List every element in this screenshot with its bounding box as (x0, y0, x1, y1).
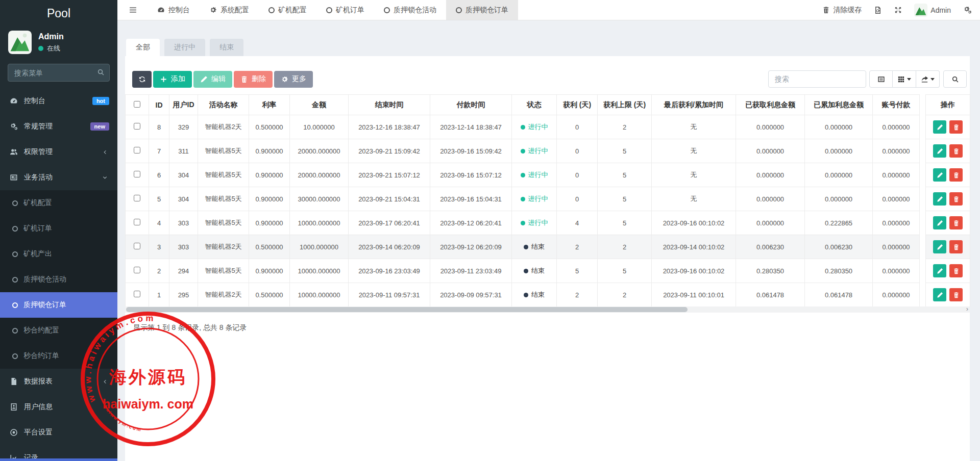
sidebar-item-矿机配置[interactable]: 矿机配置 (0, 190, 117, 216)
delete-button[interactable]: 删除 (234, 71, 273, 88)
hamburger-menu-icon[interactable] (117, 0, 148, 20)
row-delete-button[interactable] (949, 288, 963, 301)
nav-tab-系统配置[interactable]: 系统配置 (200, 0, 259, 20)
row-edit-button[interactable] (933, 240, 946, 253)
sidebar-item-矿机产出[interactable]: 矿机产出 (0, 241, 117, 267)
sidebar-item-控制台[interactable]: 控制台hot (0, 88, 117, 114)
table-search-input[interactable] (768, 70, 866, 88)
sidebar-item-用户信息[interactable]: 用户信息 (0, 394, 117, 420)
row-delete-button[interactable] (949, 144, 963, 158)
cell-interest_acc: 0.061478 (805, 283, 873, 307)
sidebar-item-业务活动[interactable]: 业务活动 (0, 165, 117, 190)
user-menu[interactable]: Admin (914, 4, 951, 17)
row-edit-button[interactable] (933, 144, 946, 158)
filter-tab-进行中[interactable]: 进行中 (164, 39, 205, 56)
export-button[interactable] (916, 70, 940, 88)
cell-account_pay: 0.000000 (873, 115, 920, 139)
detail-view-button[interactable] (869, 70, 893, 88)
nav-tab-质押锁仓订单[interactable]: 质押锁仓订单 (446, 0, 518, 20)
sidebar-item-秒合约配置[interactable]: 秒合约配置 (0, 318, 117, 343)
refresh-button[interactable] (132, 71, 152, 88)
cell-actions (926, 139, 970, 163)
row-delete-button[interactable] (949, 264, 963, 277)
select-all-checkbox[interactable] (134, 101, 140, 108)
column-header-获利上限 (天)[interactable]: 获利上限 (天) (598, 95, 652, 115)
sidebar-item-常规管理[interactable]: 常规管理new (0, 114, 117, 139)
sidebar-item-权限管理[interactable]: 权限管理 (0, 139, 117, 165)
column-header-付款时间[interactable]: 付款时间 (430, 95, 512, 115)
sidebar-item-矿机订单[interactable]: 矿机订单 (0, 216, 117, 241)
sidebar-search-input[interactable] (8, 64, 110, 82)
column-header-已累加利息金额[interactable]: 已累加利息金额 (805, 95, 873, 115)
row-edit-button[interactable] (933, 288, 946, 301)
nav-tab-控制台[interactable]: 控制台 (148, 0, 200, 20)
column-header-金额[interactable]: 金额 (290, 95, 349, 115)
row-edit-button[interactable] (933, 216, 946, 229)
row-checkbox[interactable] (134, 171, 140, 177)
column-header-操作[interactable]: 操作 (926, 95, 970, 115)
row-delete-button[interactable] (949, 192, 963, 206)
column-header-最后获利/累加时间[interactable]: 最后获利/累加时间 (652, 95, 736, 115)
sidebar-item-质押锁仓活动[interactable]: 质押锁仓活动 (0, 267, 117, 292)
edit-button[interactable]: 编辑 (193, 71, 232, 88)
row-edit-button[interactable] (933, 120, 946, 134)
column-header-活动名称[interactable]: 活动名称 (198, 95, 249, 115)
horizontal-scrollbar[interactable]: › (125, 306, 970, 313)
cell-account_pay: 0.000000 (873, 139, 920, 163)
clear-cache-button[interactable]: 清除缓存 (822, 6, 862, 15)
row-checkbox[interactable] (134, 243, 140, 249)
add-button[interactable]: 添加 (153, 71, 192, 88)
cell-actions (926, 211, 970, 235)
row-edit-button[interactable] (933, 192, 946, 206)
scroll-right-arrow-icon[interactable]: › (966, 305, 968, 313)
column-header-获利 (天)[interactable]: 获利 (天) (557, 95, 598, 115)
trash-icon (240, 75, 248, 83)
column-header-结束时间[interactable]: 结束时间 (349, 95, 430, 115)
column-header-利率[interactable]: 利率 (249, 95, 290, 115)
settings-cogs-icon[interactable] (963, 6, 972, 14)
row-checkbox[interactable] (134, 219, 140, 225)
row-edit-button[interactable] (933, 264, 946, 277)
row-checkbox[interactable] (134, 195, 140, 201)
fixed-column-gap (920, 259, 926, 283)
row-delete-button[interactable] (949, 120, 963, 134)
sidebar: Pool Admin 在线 控制台hot常规管理new权限管理业务活动矿机配置矿… (0, 0, 117, 461)
row-delete-button[interactable] (949, 168, 963, 182)
cell-id: 2 (149, 259, 169, 283)
sidebar-item-数据报表[interactable]: 数据报表 (0, 369, 117, 394)
refresh-page-icon[interactable] (874, 6, 882, 14)
column-header-已获取利息金额[interactable]: 已获取利息金额 (736, 95, 805, 115)
nav-tab-矿机配置[interactable]: 矿机配置 (259, 0, 316, 20)
nav-tab-矿机订单[interactable]: 矿机订单 (316, 0, 374, 20)
status-badge: 结束 (524, 266, 545, 275)
row-delete-button[interactable] (949, 240, 963, 253)
view-button-group (869, 70, 940, 88)
filter-tab-全部[interactable]: 全部 (126, 39, 160, 56)
row-checkbox[interactable] (134, 291, 140, 297)
nav-tab-质押锁仓活动[interactable]: 质押锁仓活动 (374, 0, 446, 20)
column-header-用户ID[interactable]: 用户ID (169, 95, 198, 115)
columns-button[interactable] (893, 70, 916, 88)
sidebar-item-label: 控制台 (24, 96, 87, 106)
cell-user_id: 304 (169, 163, 198, 187)
avatar (8, 31, 32, 54)
row-checkbox[interactable] (134, 147, 140, 153)
row-edit-button[interactable] (933, 168, 946, 182)
sidebar-item-秒合约订单[interactable]: 秒合约订单 (0, 343, 117, 369)
row-checkbox[interactable] (134, 123, 140, 130)
sidebar-item-质押锁仓订单[interactable]: 质押锁仓订单 (0, 292, 117, 318)
table-row: 1295智能机器2天0.50000010000.0000002023-09-11… (126, 283, 970, 307)
row-delete-button[interactable] (949, 216, 963, 229)
pagination-summary: 显示第 1 到 8 条记录, 总共 8 条记录 (133, 323, 247, 332)
table-row: 7311智能机器5天0.90000020000.0000002023-09-21… (126, 139, 970, 163)
row-checkbox[interactable] (134, 267, 140, 273)
fullscreen-icon[interactable] (894, 6, 902, 14)
column-header-ID[interactable]: ID (149, 95, 169, 115)
column-header-状态[interactable]: 状态 (512, 95, 557, 115)
filter-tab-结束[interactable]: 结束 (210, 39, 243, 56)
sidebar-item-平台设置[interactable]: 平台设置 (0, 420, 117, 445)
scrollbar-thumb[interactable] (126, 307, 688, 312)
column-header-账号付款[interactable]: 账号付款 (873, 95, 920, 115)
more-button[interactable]: 更多 (274, 71, 313, 88)
advanced-search-button[interactable] (943, 70, 967, 88)
